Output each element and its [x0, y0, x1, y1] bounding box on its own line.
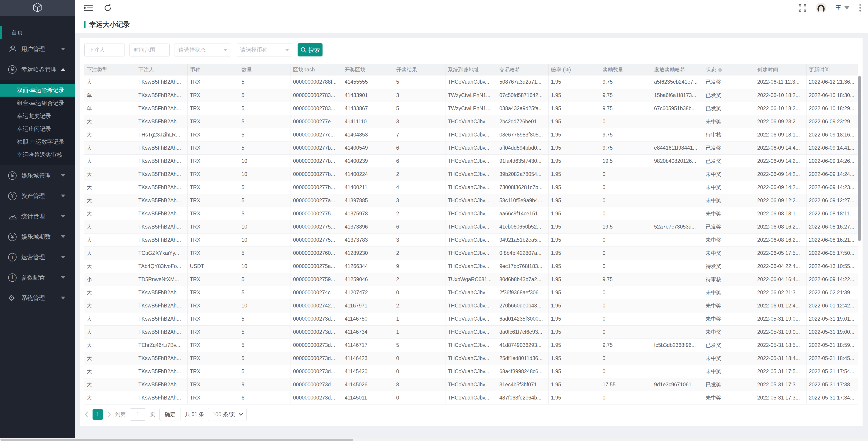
table-cell: THCoVuahCJbv... — [445, 339, 497, 352]
sidebar-group-label: 统计管理 — [21, 213, 61, 220]
sidebar-group-asset-management[interactable]: ¥资产管理 — [0, 186, 75, 206]
sidebar-group-casino-periods[interactable]: ¥娱乐城期数 — [0, 226, 75, 247]
table-cell: 0000000002783... — [291, 89, 342, 102]
prev-page-icon[interactable] — [84, 411, 89, 418]
collapse-menu-icon[interactable] — [84, 4, 93, 12]
table-cell: 大 — [84, 312, 136, 325]
confirm-button[interactable]: 确定 — [159, 408, 181, 421]
bettor-input[interactable] — [84, 43, 125, 57]
table-cell: TKswB5FhB2Ah... — [136, 75, 187, 89]
table-cell: TKswB5FhB2Ah... — [136, 207, 187, 220]
sidebar-group-system-management[interactable]: ⚙系统管理 — [0, 288, 75, 308]
coin-select-placeholder: 请选择币种 — [240, 46, 285, 54]
table-cell: 9.75 — [600, 75, 652, 89]
table-cell: 41266344 — [342, 260, 394, 273]
sidebar-subitem-lucky-banker-player-records[interactable]: 幸运庄闲记录 — [0, 122, 75, 135]
table-cell: 0 — [600, 247, 652, 260]
chevron-down-icon — [239, 413, 243, 416]
table-cell: 大 — [84, 286, 136, 299]
table-cell: 2022-05-31 19:00... — [806, 325, 858, 339]
sidebar-subitem-double-lucky-hash-records[interactable]: 双面-幸运哈希记录 — [0, 84, 75, 97]
column-header-label: 交易哈希 — [499, 67, 520, 72]
sidebar-group-operations-management[interactable]: i运营管理 — [0, 247, 75, 267]
sidebar-group-lucky-hash-management[interactable]: ¥幸运哈希管理 — [0, 59, 75, 80]
table-cell: 未中奖 — [703, 299, 755, 312]
coin-select[interactable]: 请选择币种 — [236, 43, 293, 57]
table-cell: fc5b3db2368f96... — [652, 339, 703, 352]
sidebar-subitem-lucky-hash-payout-review[interactable]: 幸运哈希返奖审核 — [0, 148, 75, 161]
yen-circle-icon: ¥ — [8, 233, 21, 241]
table-row: 大THsTg23JzihLR...TRX5000000000277c...414… — [84, 128, 858, 141]
next-page-icon[interactable] — [107, 411, 111, 418]
table-cell: 2022-06-09 14:24... — [806, 167, 858, 181]
table-cell: 487f063fe2e64b... — [497, 391, 549, 404]
table-vertical-scrollbar[interactable] — [858, 76, 861, 241]
table-cell: 1.95 — [549, 352, 600, 365]
page-size-select[interactable]: 100 条/页 — [208, 408, 246, 421]
page-button-1[interactable]: 1 — [93, 409, 103, 420]
sidebar-group-user-management[interactable]: 用户管理 — [0, 39, 75, 59]
sidebar-subitem-lucky-dragon-tiger-records[interactable]: 幸运龙虎记录 — [0, 109, 75, 122]
table-cell: 2022-06-10 18:2... — [755, 102, 806, 115]
table-cell: TKswB5FhB2Ah... — [136, 391, 187, 404]
time-range-input[interactable] — [129, 43, 169, 57]
table-cell — [652, 365, 703, 378]
user-menu[interactable]: 王 — [835, 4, 849, 12]
table-cell: 大 — [84, 75, 136, 89]
sidebar-group-casino-management[interactable]: ¥娱乐城管理 — [0, 165, 75, 186]
sidebar-group-label: 资产管理 — [21, 192, 61, 200]
table-cell: 41400211 — [342, 181, 394, 194]
table-cell: TRX — [188, 167, 239, 181]
column-header-13[interactable]: 状态 — [703, 64, 755, 75]
sidebar-item-home[interactable]: 首页 — [0, 26, 75, 39]
gauge-icon — [8, 213, 21, 220]
sidebar-group-parameter-config[interactable]: i参数配置 — [0, 267, 75, 288]
search-button[interactable]: 搜索 — [298, 43, 322, 57]
table-cell: 41455555 — [342, 75, 394, 89]
table-cell: 41404853 — [342, 128, 394, 141]
table-cell: 已发奖 — [703, 378, 755, 391]
table-cell: THCoVuahCJbv... — [445, 167, 497, 181]
table-row: 大TCuGZXYxaiYy...TRX50000000002760...4128… — [84, 247, 858, 260]
table-cell: 大 — [84, 378, 136, 391]
status-select[interactable]: 请选择状态 — [174, 43, 231, 57]
table-cell: 2022-06-04 22:4... — [755, 260, 806, 273]
table-cell: THCoVuahCJbv... — [445, 260, 497, 273]
sidebar-subitem-combo-lucky-combo-records[interactable]: 组合-幸运组合记录 — [0, 97, 75, 109]
sort-carets-icon[interactable] — [718, 68, 722, 72]
table-cell: 0 — [600, 194, 652, 207]
table-cell: 未中奖 — [703, 167, 755, 181]
table-cell: 1.95 — [549, 102, 600, 115]
table-cell: TRX — [188, 247, 239, 260]
table-cell: 000000000277a... — [291, 194, 342, 207]
user-avatar[interactable] — [816, 3, 826, 13]
title-accent-bar — [84, 21, 86, 28]
table-cell: 1.95 — [549, 391, 600, 404]
table-row: 大TKswB5FhB2Ah...TRX5000000000273d...4114… — [84, 312, 858, 325]
table-cell: 000000000277e... — [291, 115, 342, 128]
table-cell: TRX — [188, 89, 239, 102]
table-cell: TKswB5FhB2Ah... — [136, 286, 187, 299]
fullscreen-icon[interactable] — [798, 4, 807, 12]
table-cell: 大 — [84, 154, 136, 167]
table-cell: 1.95 — [549, 75, 600, 89]
table-cell: 2022-06-04 16:4... — [755, 273, 806, 286]
sidebar-subitem-single-lucky-number-records[interactable]: 独胆-幸运数字记录 — [0, 135, 75, 148]
table-cell: 0000000002783... — [291, 102, 342, 115]
table-cell: 2022-06-09 14:23... — [806, 181, 858, 194]
table-cell: 41400224 — [342, 167, 394, 181]
table-cell: 未中奖 — [703, 325, 755, 339]
table-cell: TKswB5FhB2Ah... — [136, 167, 187, 181]
refresh-icon[interactable] — [103, 4, 112, 12]
page-horizontal-scrollbar-thumb[interactable] — [0, 439, 353, 441]
table-cell: THCoVuahCJbv... — [445, 286, 497, 299]
sidebar-group-statistics-management[interactable]: 统计管理 — [0, 206, 75, 226]
table-cell: 9 — [239, 378, 290, 391]
table-cell: 2022-06-09 12:2... — [755, 194, 806, 207]
table-cell: 41207472 — [342, 286, 394, 299]
jump-page-input[interactable] — [130, 408, 146, 420]
more-vertical-icon[interactable] — [859, 3, 862, 12]
cube-logo-icon[interactable] — [32, 2, 43, 14]
table-cell: 2022-06-10 18:2... — [755, 89, 806, 102]
table-cell: 41373783 — [342, 233, 394, 247]
